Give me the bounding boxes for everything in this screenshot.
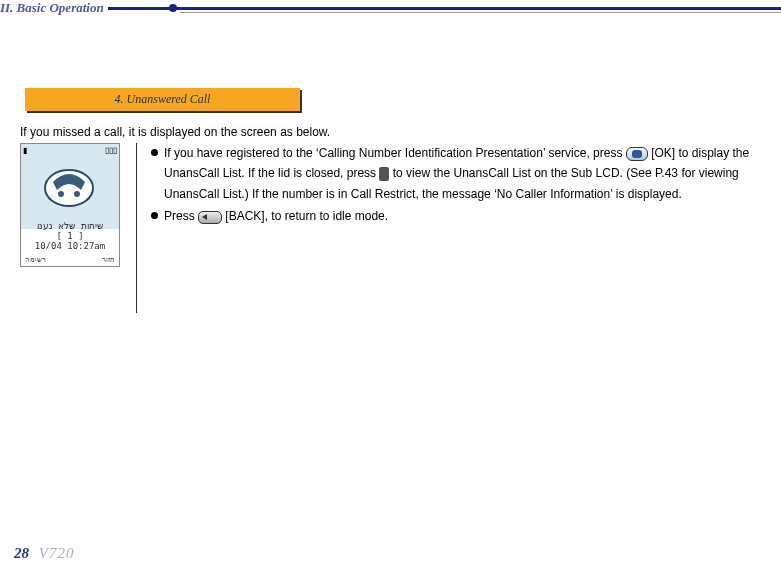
svg-point-1	[58, 191, 64, 197]
side-key-icon	[379, 167, 389, 181]
bullet-icon	[151, 149, 158, 156]
phone-softkeys: רשימה חזור	[21, 256, 119, 266]
svg-point-2	[74, 191, 80, 197]
ok-button-icon	[626, 147, 648, 161]
phone-handset-icon	[39, 160, 99, 210]
intro-text: If you missed a call, it is displayed on…	[20, 125, 330, 139]
phone-screenshot: ▮▯▯▯ שיחות שלא נענו [ 1 ] 10/04 10:27am …	[20, 143, 120, 267]
model-name: V720	[39, 545, 75, 561]
page-footer: 28 V720	[14, 545, 74, 562]
phone-text: שיחות שלא נענו [ 1 ] 10/04 10:27am	[21, 222, 119, 252]
phone-status-bar: ▮▯▯▯	[23, 146, 117, 156]
content-row: ▮▯▯▯ שיחות שלא נענו [ 1 ] 10/04 10:27am …	[20, 143, 781, 313]
subsection-title: 4. Unanswered Call	[25, 88, 300, 111]
page-number: 28	[14, 545, 29, 561]
header-bullet-icon	[169, 4, 177, 12]
header-subrule	[180, 12, 781, 13]
phone-softkey-left: רשימה	[25, 256, 46, 266]
instruction-list: If you have registered to the ‘Calling N…	[136, 143, 781, 313]
phone-softkey-right: חזור	[102, 256, 115, 266]
instruction-item: Press [BACK], to return to idle mode.	[151, 206, 781, 226]
header-rule	[0, 7, 781, 10]
bullet-icon	[151, 212, 158, 219]
section-title: II. Basic Operation	[0, 0, 108, 16]
instruction-item: If you have registered to the ‘Calling N…	[151, 143, 781, 204]
phone-line3: 10/04 10:27am	[21, 242, 119, 252]
back-button-icon	[198, 211, 222, 224]
instruction-text: If you have registered to the ‘Calling N…	[164, 143, 781, 204]
instruction-text: Press [BACK], to return to idle mode.	[164, 206, 781, 226]
